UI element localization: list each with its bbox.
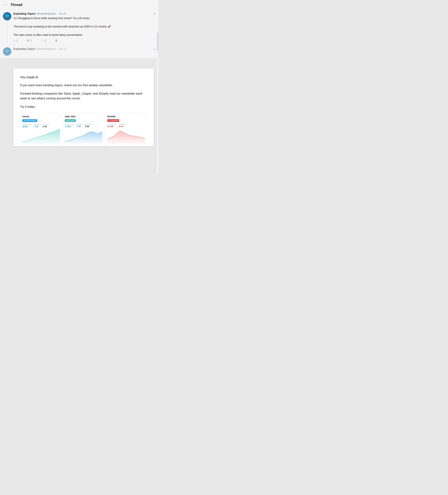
thread-container: Exploding Topics @explodingtopics · Jun … [0,10,158,58]
avatar-1 [3,12,11,20]
overlay-line3: Forward-thinking companies like Slack, A… [20,91,147,101]
avatar-2 [3,47,11,56]
share-action[interactable]: ⬆ [55,39,58,42]
tweet-1-line2: The trend is sky-rocketing at the moment… [14,25,111,28]
tweet-1-meta: Exploding Topics @explodingtopics · Jun … [14,12,66,15]
stat-searches-fortnite: searches/mo 11.1M [107,123,117,127]
chart-vuejs [22,129,60,144]
retweet-icon: ↺ [27,39,29,42]
overlay-line2: If you want more trending topics, check … [20,83,147,88]
stats-fortnite: searches/mo 11.1M gradient 6.34 [107,123,145,127]
topic-card-title-vuejs: vue.js → [22,115,60,118]
chart-ubereats [65,129,102,144]
back-button[interactable]: ← [3,3,7,7]
tweet-1-chevron[interactable]: ∨ [153,12,155,15]
svg-point-2 [7,14,8,16]
svg-point-13 [8,52,9,52]
tweet-1-line3: The calm music is often used to boost de… [14,33,83,36]
svg-point-4 [6,16,7,17]
tweet-1-header: Exploding Topics @explodingtopics · Jun … [14,12,155,15]
like-count: 6 [45,39,46,42]
tweet-2-content: Exploding Topics @explodingtopics · Jun … [14,47,155,56]
stat-searches-ubereats: searches/mo 1.22M [65,123,74,127]
stats-ubereats: searches/mo 1.22M gradient 7.28 exponent… [65,123,102,127]
tweet-2-chevron[interactable]: ∨ [153,47,155,51]
svg-point-12 [6,52,7,53]
like-action[interactable]: ♡ 6 [41,39,46,42]
stat-searches-vuejs: searches/mo 22.2K [22,124,32,128]
card-title-fortnite: fortnite [107,115,116,118]
scrollbar-thumb[interactable] [157,33,158,51]
svg-point-15 [5,52,9,54]
card-arrow-fortnite: → [143,115,145,118]
reply-count: 1 [16,39,18,42]
svg-point-0 [3,12,11,20]
topic-card-title-fortnite: fortnite → [107,115,145,118]
svg-point-5 [8,16,9,17]
svg-point-10 [7,49,8,51]
topic-card-fortnite: fortnite → PEAKED searches/mo 11.1M grad… [105,113,147,146]
thread-connector-1 [7,21,7,42]
chart-fortnite [107,129,145,144]
tweet-2-meta: Exploding Topics @explodingtopics · Jun … [14,47,66,51]
avatar-col-2 [3,47,11,56]
tweet-2-header: Exploding Topics @explodingtopics · Jun … [14,47,155,51]
svg-point-9 [5,50,7,52]
card-arrow-vuejs: → [58,115,60,118]
card-arrow-ubereats: → [100,115,102,118]
overlay-modal: You made it! If you want more trending t… [14,69,154,146]
topic-cards-section: vue.js → EXPLODING searches/mo 22.2K gra… [20,113,147,146]
tweet-1-text: 11/ Struggling to focus while working fr… [14,16,155,37]
tweet-1-author: Exploding Topics [14,12,36,15]
tweet-1-actions: ○ 1 ↺ 1 ♡ 6 ⬆ [14,39,155,42]
overlay-line1: You made it! [20,75,147,80]
reply-icon: ○ [14,39,15,42]
tweet-1-dot: · [57,12,58,15]
svg-point-8 [3,47,11,56]
card-title-ubereats: uber eats [65,115,75,118]
tweet-2-date: Jun 10 [59,48,66,50]
topic-card-ubereats: uber eats → REGULAR searches/mo 1.22M gr… [62,113,105,146]
tweet-1-content: Exploding Topics @explodingtopics · Jun … [14,12,155,42]
svg-point-7 [5,17,9,18]
stat-gradient-vuejs: gradient 7.23 [34,124,40,128]
reply-action[interactable]: ○ 1 [14,39,18,42]
stat-exponent-vuejs: exponent 1.78 [43,124,49,128]
badge-peaked: PEAKED [107,119,119,122]
page-title: Thread [11,3,22,7]
topic-card-vuejs: vue.js → EXPLODING searches/mo 22.2K gra… [20,113,62,146]
thread-header: ← Thread [0,0,158,10]
tweet-1-date: Jun 10 [59,12,66,15]
tweet-2-handle: @explodingtopics [37,48,56,50]
retweet-count: 1 [30,39,32,42]
scrollbar-track [157,30,158,175]
tweet-1-line1: 11/ Struggling to focus while working fr… [14,17,90,20]
tweet-2-dot: · [57,48,58,50]
badge-exploding: EXPLODING [22,119,37,122]
stat-exponent-ubereats: exponent 2.26 [85,123,92,127]
tweet-2: Exploding Topics @explodingtopics · Jun … [3,45,155,58]
like-icon: ♡ [41,39,43,42]
share-icon: ⬆ [55,39,58,42]
avatar-col-1 [3,12,11,42]
tweet-1: Exploding Topics @explodingtopics · Jun … [3,10,155,45]
svg-point-1 [5,15,7,17]
retweet-action[interactable]: ↺ 1 [27,39,32,42]
stats-vuejs: searches/mo 22.2K gradient 7.23 exponent… [22,124,60,128]
topic-card-title-ubereats: uber eats → [65,115,102,118]
tweet-1-handle: @explodingtopics [37,12,56,15]
overlay-line4: Try it today: [20,104,147,109]
tweet-2-author: Exploding Topics [14,47,36,51]
badge-regular: REGULAR [65,119,76,122]
card-title-vuejs: vue.js [22,115,29,118]
stat-gradient-fortnite: gradient 6.34 [119,123,125,127]
stat-gradient-ubereats: gradient 7.28 [77,123,83,127]
